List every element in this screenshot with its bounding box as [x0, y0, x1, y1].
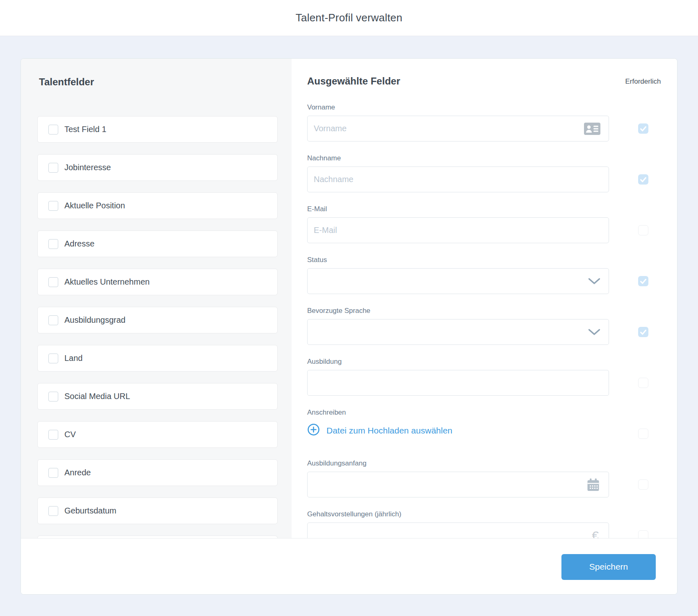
- input-field: [307, 217, 609, 243]
- talent-field-checkbox[interactable]: [48, 392, 58, 402]
- talent-field-item[interactable]: Geburtsdatum: [37, 497, 278, 524]
- talent-field-label: CV: [64, 430, 76, 439]
- field-label: Bevorzugte Sprache: [307, 306, 609, 315]
- selected-field-main: Ausbildung: [307, 357, 609, 396]
- upload-control: Datei zum Hochladen auswählen: [307, 421, 609, 447]
- selected-field-row: Nachname: [307, 154, 677, 192]
- selected-field-main: Vorname: [307, 103, 609, 141]
- required-checkbox[interactable]: [638, 174, 648, 185]
- talent-field-checkbox[interactable]: [48, 430, 58, 440]
- field-label: Vorname: [307, 103, 609, 112]
- talent-field-checkbox[interactable]: [48, 468, 58, 478]
- gehaltsvorstellungen-jährlich-input[interactable]: [308, 523, 609, 538]
- talent-field-label: Test Field 1: [64, 125, 106, 134]
- talent-field-item[interactable]: CV: [37, 421, 278, 448]
- selected-fields-header: Ausgewählte Felder Erforderlich: [307, 75, 677, 87]
- selected-field-main: Ausbildungsanfang: [307, 459, 609, 497]
- talent-field-item[interactable]: Aktuelle Position: [37, 192, 278, 219]
- input-field: [307, 167, 609, 192]
- required-cell: [609, 370, 677, 396]
- required-checkbox[interactable]: [638, 429, 648, 439]
- required-checkbox[interactable]: [638, 479, 648, 490]
- select-field[interactable]: [307, 319, 609, 345]
- talent-field-item[interactable]: Anrede: [37, 459, 278, 486]
- field-label: Gehaltsvorstellungen (jährlich): [307, 510, 609, 518]
- plus-circle-icon: [307, 423, 320, 438]
- selected-field-main: E-Mail: [307, 205, 609, 243]
- required-checkbox[interactable]: [638, 123, 648, 134]
- input-field: €: [307, 522, 609, 538]
- talent-field-item[interactable]: Adresse: [37, 230, 278, 257]
- talent-field-checkbox[interactable]: [48, 201, 58, 211]
- selected-field-main: Bevorzugte Sprache: [307, 306, 609, 345]
- talent-field-checkbox[interactable]: [48, 277, 58, 287]
- required-cell: [609, 167, 677, 192]
- talent-field-label: Jobinteresse: [64, 163, 111, 172]
- talent-profile-card: Talentfelder Test Field 1JobinteresseAkt…: [21, 58, 677, 595]
- ausbildung-input[interactable]: [308, 370, 609, 395]
- talent-field-item[interactable]: Ausbildungsgrad: [37, 307, 278, 333]
- required-checkbox[interactable]: [638, 378, 648, 388]
- selected-field-row: Ausbildung: [307, 357, 677, 396]
- euro-suffix: €: [592, 529, 599, 538]
- talent-field-label: Adresse: [64, 239, 94, 249]
- talent-field-checkbox[interactable]: [48, 354, 58, 363]
- selected-field-row: Gehaltsvorstellungen (jährlich)€: [307, 510, 677, 538]
- talent-fields-panel: Talentfelder Test Field 1JobinteresseAkt…: [21, 59, 292, 538]
- selected-fields-panel: Ausgewählte Felder Erforderlich VornameN…: [292, 59, 677, 538]
- required-checkbox[interactable]: [638, 327, 648, 337]
- chevron-down-icon: [588, 278, 600, 285]
- input-field: [307, 370, 609, 396]
- file-upload-link[interactable]: Datei zum Hochladen auswählen: [307, 423, 452, 438]
- selected-field-row: Vorname: [307, 103, 677, 141]
- talent-field-label: Land: [64, 354, 83, 363]
- field-label: Nachname: [307, 154, 609, 162]
- talent-field-list: Test Field 1JobinteresseAktuelle Positio…: [37, 116, 278, 538]
- required-checkbox[interactable]: [638, 225, 648, 235]
- id-card-icon: [584, 123, 600, 135]
- talent-field-item[interactable]: Aktuelles Unternehmen: [37, 269, 278, 295]
- talent-field-label: Aktuelles Unternehmen: [64, 277, 150, 287]
- talent-field-item[interactable]: Social Media URL: [37, 383, 278, 410]
- talent-field-checkbox[interactable]: [48, 315, 58, 325]
- field-label: Ausbildungsanfang: [307, 459, 609, 468]
- selected-field-row: Bevorzugte Sprache: [307, 306, 677, 345]
- required-cell: [609, 116, 677, 141]
- page-title: Talent-Profil verwalten: [296, 11, 402, 24]
- card-footer: Speichern: [21, 538, 677, 595]
- talent-field-checkbox[interactable]: [48, 125, 58, 135]
- required-cell: [609, 421, 677, 447]
- selected-fields-title: Ausgewählte Felder: [307, 75, 609, 87]
- selected-field-row: Ausbildungsanfang: [307, 459, 677, 497]
- vorname-input[interactable]: [308, 116, 609, 141]
- required-cell: [609, 217, 677, 243]
- talent-field-checkbox[interactable]: [48, 239, 58, 249]
- talent-field-label: Ausbildungsgrad: [64, 315, 125, 325]
- selected-field-rows: VornameNachnameE-MailStatusBevorzugte Sp…: [307, 103, 677, 538]
- required-checkbox[interactable]: [638, 276, 648, 286]
- talent-field-checkbox[interactable]: [48, 163, 58, 173]
- required-cell: [609, 472, 677, 497]
- select-field[interactable]: [307, 268, 609, 294]
- talent-field-checkbox[interactable]: [48, 506, 58, 516]
- ausbildungsanfang-input[interactable]: [308, 472, 609, 497]
- selected-field-main: Status: [307, 256, 609, 294]
- save-button[interactable]: Speichern: [561, 554, 656, 580]
- selected-field-row: AnschreibenDatei zum Hochladen auswählen: [307, 408, 677, 447]
- file-upload-link-label: Datei zum Hochladen auswählen: [326, 426, 452, 436]
- selected-field-main: AnschreibenDatei zum Hochladen auswählen: [307, 408, 609, 447]
- field-label: E-Mail: [307, 205, 609, 213]
- required-checkbox[interactable]: [638, 530, 648, 538]
- talent-field-label: Social Media URL: [64, 392, 130, 401]
- field-label: Anschreiben: [307, 408, 609, 417]
- selected-field-main: Nachname: [307, 154, 609, 192]
- input-field: [307, 116, 609, 141]
- talent-field-item[interactable]: Jobinteresse: [37, 154, 278, 181]
- talent-field-item[interactable]: Test Field 1: [37, 116, 278, 143]
- talent-field-item[interactable]: Land: [37, 345, 278, 372]
- required-column-header: Erforderlich: [609, 75, 677, 86]
- field-label: Ausbildung: [307, 357, 609, 366]
- nachname-input[interactable]: [308, 167, 609, 192]
- e-mail-input[interactable]: [308, 218, 609, 243]
- selected-field-main: Gehaltsvorstellungen (jährlich)€: [307, 510, 609, 538]
